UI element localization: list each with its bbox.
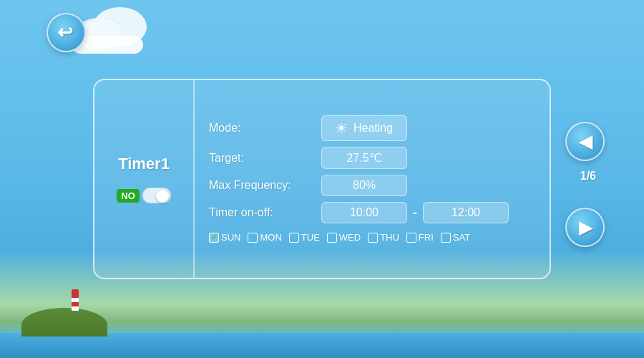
mode-row: Mode: ☀ Heating	[209, 115, 535, 141]
back-arrow-icon: ↩	[57, 21, 73, 44]
lighthouse-decoration	[72, 289, 79, 311]
day-wed[interactable]: WED	[327, 232, 361, 243]
day-fri[interactable]: FRI	[406, 232, 434, 243]
day-wed-label: WED	[339, 232, 361, 243]
day-wed-checkbox[interactable]	[327, 233, 337, 243]
day-fri-checkbox[interactable]	[406, 233, 416, 243]
timer-time-container: 10:00 - 12:00	[321, 202, 509, 223]
days-row: ✓ SUN MON TUE WED THU FRI	[209, 232, 535, 243]
page-indicator: 1/6	[580, 170, 596, 183]
day-tue-checkbox[interactable]	[289, 233, 299, 243]
checkmark-sun: ✓	[211, 233, 218, 242]
sun-icon: ☀	[335, 120, 348, 137]
prev-arrow-icon: ◀	[579, 132, 592, 152]
timer-end: 12:00	[423, 202, 509, 223]
right-section: Mode: ☀ Heating Target: 27.5℃ Max Freque…	[195, 80, 550, 278]
day-sat-checkbox[interactable]	[441, 233, 451, 243]
island-decoration	[21, 308, 107, 337]
max-freq-row: Max Frequency: 80%	[209, 175, 535, 196]
day-tue[interactable]: TUE	[289, 232, 320, 243]
timer-name: Timer1	[118, 155, 170, 173]
day-mon-label: MON	[260, 232, 281, 243]
time-separator: -	[413, 205, 417, 221]
day-sun[interactable]: ✓ SUN	[209, 232, 240, 243]
day-mon-checkbox[interactable]	[248, 233, 258, 243]
day-sun-checkbox[interactable]: ✓	[209, 233, 219, 243]
water-decoration	[0, 333, 644, 358]
mode-label: Mode:	[209, 122, 313, 135]
day-thu-label: THU	[380, 232, 399, 243]
mode-value: ☀ Heating	[321, 115, 407, 141]
day-sun-label: SUN	[221, 232, 240, 243]
target-row: Target: 27.5℃	[209, 147, 535, 169]
day-thu[interactable]: THU	[368, 232, 399, 243]
next-button[interactable]: ▶	[565, 208, 605, 247]
target-value: 27.5℃	[321, 147, 407, 169]
timer-label: Timer on-off:	[209, 206, 313, 219]
day-sat[interactable]: SAT	[441, 232, 470, 243]
day-mon[interactable]: MON	[248, 232, 281, 243]
left-section: Timer1 NO	[94, 80, 195, 278]
toggle-knob	[156, 190, 169, 203]
max-freq-label: Max Frequency:	[209, 179, 313, 192]
timer-start: 10:00	[321, 202, 407, 223]
day-fri-label: FRI	[419, 232, 434, 243]
next-arrow-icon: ▶	[579, 218, 592, 238]
toggle-container[interactable]: NO	[117, 188, 171, 203]
mode-text: Heating	[353, 122, 393, 135]
day-sat-label: SAT	[453, 232, 470, 243]
target-label: Target:	[209, 152, 313, 165]
day-tue-label: TUE	[301, 232, 320, 243]
timer-row: Timer on-off: 10:00 - 12:00	[209, 202, 535, 223]
prev-button[interactable]: ◀	[565, 122, 605, 161]
main-panel: Timer1 NO Mode: ☀ Heating Target: 27.5℃ …	[93, 79, 551, 279]
day-thu-checkbox[interactable]	[368, 233, 378, 243]
back-button[interactable]: ↩	[47, 13, 86, 52]
max-freq-value: 80%	[321, 175, 407, 196]
toggle-label: NO	[117, 189, 140, 203]
toggle-switch[interactable]	[142, 188, 171, 203]
